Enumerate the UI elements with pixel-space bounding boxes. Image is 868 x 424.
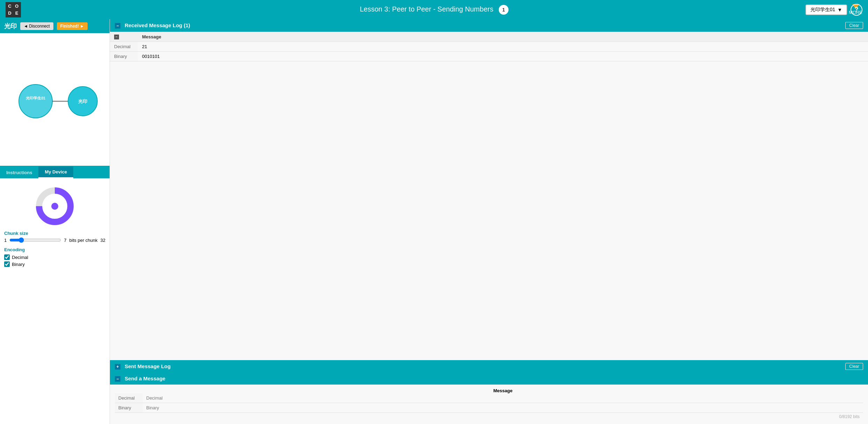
encoding-binary-row: Binary bbox=[4, 261, 105, 267]
sent-log-header: + Sent Message Log Clear bbox=[110, 360, 868, 373]
slider-unit-label: bits per chunk bbox=[69, 238, 98, 243]
svg-point-0 bbox=[19, 84, 52, 118]
received-collapse-icon[interactable]: − bbox=[115, 23, 120, 29]
send-collapse-icon[interactable]: − bbox=[115, 376, 120, 382]
decimal-checkbox[interactable] bbox=[4, 254, 10, 260]
table-row: Decimal 21 bbox=[110, 42, 868, 52]
chunk-size-slider[interactable] bbox=[9, 237, 61, 243]
binary-row-value: 0010101 bbox=[138, 52, 868, 61]
help-button[interactable]: ? bbox=[851, 4, 862, 16]
user-menu-button[interactable]: 光印学生01 ▼ bbox=[806, 5, 847, 15]
send-message-body: Message Decimal Binary bbox=[110, 385, 868, 424]
message-header: Message bbox=[138, 32, 868, 42]
device-name: 光印 bbox=[4, 22, 17, 30]
logo: C O D E bbox=[6, 2, 21, 17]
network-visualization: 光印学生01 光印 bbox=[0, 33, 110, 166]
binary-label: Binary bbox=[12, 262, 25, 267]
received-log-section: − Received Message Log (1) Clear − Messa… bbox=[110, 19, 868, 360]
send-message-section: − Send a Message Message Decimal bbox=[110, 373, 868, 424]
finished-button[interactable]: Finished! ► bbox=[57, 22, 88, 30]
donut-chart bbox=[34, 185, 76, 227]
tabs-area: Instructions My Device bbox=[0, 166, 110, 273]
decimal-row-value: 21 bbox=[138, 42, 868, 52]
logo-c: C bbox=[6, 4, 13, 8]
send-message-header: − Send a Message bbox=[110, 373, 868, 385]
msg-icon-header: − bbox=[110, 32, 138, 42]
binary-input[interactable] bbox=[146, 405, 860, 410]
logo-e: E bbox=[13, 11, 20, 15]
main-panel: − Received Message Log (1) Clear − Messa… bbox=[110, 19, 868, 424]
msg-icon: − bbox=[114, 35, 119, 39]
slider-value-label: 7 bbox=[64, 238, 66, 243]
network-graph: 光印学生01 光印 bbox=[9, 65, 100, 134]
received-log-title: Received Message Log (1) bbox=[125, 22, 190, 28]
sent-log-title: Sent Message Log bbox=[125, 363, 171, 369]
disconnect-button[interactable]: ◄ Disconnect bbox=[20, 22, 53, 30]
sent-collapse-icon[interactable]: + bbox=[115, 364, 120, 370]
svg-text:光印: 光印 bbox=[78, 99, 87, 104]
send-message-table: Message Decimal Binary bbox=[115, 388, 863, 413]
tabs-bar: Instructions My Device bbox=[0, 166, 110, 178]
decimal-input[interactable] bbox=[146, 395, 860, 401]
logo-d: D bbox=[6, 11, 13, 15]
donut-chart-container bbox=[4, 185, 105, 227]
received-message-table: − Message Decimal 21 Binary 0010101 bbox=[110, 32, 868, 61]
svg-point-8 bbox=[51, 203, 58, 210]
tab-my-device[interactable]: My Device bbox=[38, 166, 73, 178]
slider-min: 1 bbox=[4, 238, 7, 243]
chevron-down-icon: ▼ bbox=[837, 7, 842, 13]
tab-content: Chunk size 1 7 bits per chunk 32 Encodin… bbox=[0, 178, 110, 273]
nav-badge: 1 bbox=[499, 5, 509, 15]
bits-counter: 0/8192 bits bbox=[115, 413, 863, 421]
received-clear-button[interactable]: Clear bbox=[845, 22, 863, 29]
main-layout: 光印 ◄ Disconnect Finished! ► 光印学生01 光印 In… bbox=[0, 19, 868, 424]
send-icon-header bbox=[115, 388, 143, 393]
binary-row-label: Binary bbox=[110, 52, 138, 61]
sidebar-header: 光印 ◄ Disconnect Finished! ► bbox=[0, 19, 110, 33]
send-binary-label: Binary bbox=[115, 403, 143, 413]
received-log-body: − Message Decimal 21 Binary 0010101 bbox=[110, 32, 868, 360]
send-decimal-row: Decimal bbox=[115, 393, 863, 403]
chunk-size-section: Chunk size 1 7 bits per chunk 32 bbox=[4, 231, 105, 243]
send-binary-row: Binary bbox=[115, 403, 863, 413]
binary-checkbox[interactable] bbox=[4, 261, 10, 267]
send-message-title: Send a Message bbox=[125, 375, 165, 381]
encoding-label: Encoding bbox=[4, 247, 105, 252]
sent-log-section: + Sent Message Log Clear bbox=[110, 360, 868, 373]
send-message-header-label: Message bbox=[143, 388, 863, 393]
logo-o: O bbox=[13, 4, 20, 8]
slider-max: 32 bbox=[101, 238, 105, 243]
encoding-decimal-row: Decimal bbox=[4, 254, 105, 260]
table-row: Binary 0010101 bbox=[110, 52, 868, 61]
encoding-section: Encoding Decimal Binary bbox=[4, 247, 105, 267]
tab-instructions[interactable]: Instructions bbox=[0, 166, 38, 178]
nav-title: Lesson 3: Peer to Peer - Sending Numbers… bbox=[21, 5, 847, 15]
sidebar: 光印 ◄ Disconnect Finished! ► 光印学生01 光印 In… bbox=[0, 19, 110, 424]
svg-text:光印学生01: 光印学生01 bbox=[25, 96, 45, 100]
top-nav: C O D E Lesson 3: Peer to Peer - Sending… bbox=[0, 0, 868, 19]
send-decimal-label: Decimal bbox=[115, 393, 143, 403]
decimal-label: Decimal bbox=[12, 255, 28, 260]
received-log-header: − Received Message Log (1) Clear bbox=[110, 19, 868, 32]
sent-clear-button[interactable]: Clear bbox=[845, 363, 863, 370]
chunk-size-label: Chunk size bbox=[4, 231, 105, 236]
slider-row: 1 7 bits per chunk 32 bbox=[4, 237, 105, 243]
decimal-row-label: Decimal bbox=[110, 42, 138, 52]
